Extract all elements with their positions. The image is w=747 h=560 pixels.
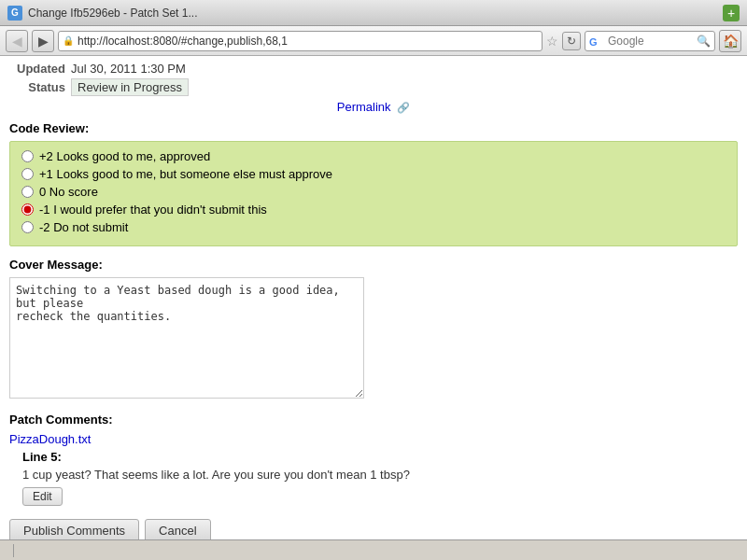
reload-button[interactable]: ↻	[562, 32, 581, 50]
updated-label: Updated	[9, 62, 65, 76]
code-review-label: Code Review:	[9, 121, 738, 135]
radio-option-plus1[interactable]: +1 Looks good to me, but someone else mu…	[21, 167, 726, 181]
radio-zero-label: 0 No score	[39, 185, 98, 199]
permalink-row: Permalink 🔗	[9, 100, 738, 114]
updated-value: Jul 30, 2011 1:30 PM	[71, 62, 186, 76]
search-input[interactable]	[608, 35, 693, 48]
publish-comments-button[interactable]: Publish Comments	[9, 519, 139, 539]
cancel-button[interactable]: Cancel	[145, 519, 210, 539]
permalink-link[interactable]: Permalink	[337, 100, 391, 114]
url-input[interactable]	[78, 35, 538, 48]
radio-plus1[interactable]	[21, 168, 34, 180]
updated-row: Updated Jul 30, 2011 1:30 PM	[9, 62, 738, 76]
radio-minus2-label: -2 Do not submit	[39, 220, 128, 234]
status-row: Status Review in Progress	[9, 78, 738, 96]
comment-text: 1 cup yeast? That seems like a lot. Are …	[22, 468, 738, 482]
window-title: Change Ifb5296eb - Patch Set 1...	[28, 7, 717, 20]
url-bar[interactable]: 🔒	[58, 31, 543, 51]
patch-file-link[interactable]: PizzaDough.txt	[9, 432, 91, 446]
radio-option-zero[interactable]: 0 No score	[21, 185, 726, 199]
radio-minus2[interactable]	[21, 221, 34, 233]
page-content: Updated Jul 30, 2011 1:30 PM Status Revi…	[0, 56, 747, 539]
status-bar	[0, 539, 747, 560]
radio-plus2-label: +2 Looks good to me, approved	[39, 149, 210, 163]
line-label: Line 5:	[22, 450, 738, 464]
nav-right: ☆ ↻ G 🔍 🏠	[546, 30, 741, 52]
patch-comments-label: Patch Comments:	[9, 413, 738, 427]
status-label: Status	[9, 80, 65, 94]
status-bar-divider	[13, 544, 14, 557]
edit-button[interactable]: Edit	[22, 487, 63, 506]
action-buttons: Publish Comments Cancel	[9, 519, 738, 539]
search-button[interactable]: 🔍	[697, 35, 711, 48]
radio-minus1-label: -1 I would prefer that you didn't submit…	[39, 203, 267, 217]
cover-message-section: Cover Message: Switching to a Yeast base…	[9, 258, 738, 401]
cover-message-label: Cover Message:	[9, 258, 738, 272]
google-logo: G	[589, 34, 604, 49]
svg-text:G: G	[589, 36, 598, 48]
radio-option-minus1[interactable]: -1 I would prefer that you didn't submit…	[21, 203, 726, 217]
permalink-icon: 🔗	[397, 102, 410, 113]
radio-plus1-label: +1 Looks good to me, but someone else mu…	[39, 167, 332, 181]
url-icon: 🔒	[63, 35, 74, 46]
radio-option-minus2[interactable]: -2 Do not submit	[21, 220, 726, 234]
patch-comments-section: Patch Comments: PizzaDough.txt Line 5: 1…	[9, 413, 738, 506]
nav-bar: ◀ ▶ 🔒 ☆ ↻ G 🔍 🏠	[0, 26, 747, 56]
status-value: Review in Progress	[71, 78, 189, 96]
add-tab-button[interactable]: +	[723, 5, 740, 21]
code-review-box: +2 Looks good to me, approved +1 Looks g…	[9, 141, 738, 246]
cover-message-textarea[interactable]: Switching to a Yeast based dough is a go…	[9, 277, 364, 399]
browser-icon: G	[7, 6, 22, 21]
home-button[interactable]: 🏠	[719, 30, 741, 52]
forward-button[interactable]: ▶	[32, 30, 54, 52]
back-button[interactable]: ◀	[6, 30, 28, 52]
bookmark-star-icon[interactable]: ☆	[546, 34, 558, 49]
radio-option-plus2[interactable]: +2 Looks good to me, approved	[21, 149, 726, 163]
radio-minus1[interactable]	[21, 203, 34, 216]
radio-zero[interactable]	[21, 186, 34, 198]
title-bar: G Change Ifb5296eb - Patch Set 1... +	[0, 0, 747, 26]
radio-plus2[interactable]	[21, 150, 34, 162]
search-bar[interactable]: G 🔍	[585, 31, 715, 51]
